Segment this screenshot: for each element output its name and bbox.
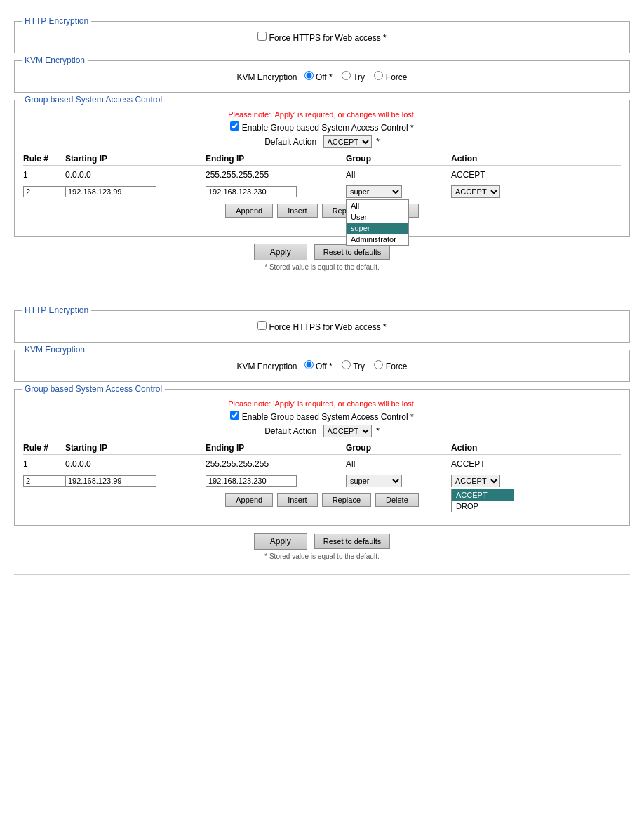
delete-button-2[interactable]: Delete — [375, 493, 419, 507]
http-content-1: Force HTTPS for Web access * — [23, 27, 621, 47]
col-rule-header-1: Rule # — [23, 154, 65, 164]
default-action-label-2: Default Action — [264, 426, 316, 436]
crud-buttons-2: Append Insert Replace Delete — [23, 493, 621, 507]
warning-text-2: Please note: 'Apply' is required, or cha… — [23, 399, 621, 408]
col-end-header-2: Ending IP — [206, 443, 346, 453]
row2-action-cell-2: ACCEPT ACCEPT DROP — [451, 475, 521, 487]
kvm-off-radio-2[interactable] — [304, 360, 314, 369]
col-start-header-2: Starting IP — [65, 443, 206, 453]
row2-group-select-1[interactable]: super — [346, 185, 402, 198]
replace-button-2[interactable]: Replace — [322, 493, 371, 507]
enable-checkbox-row-1: Enable Group based System Access Control… — [23, 121, 621, 133]
group-option-user-1[interactable]: User — [347, 211, 408, 223]
http-content-2: Force HTTPS for Web access * — [23, 317, 621, 336]
default-action-select-1[interactable]: ACCEPT — [323, 135, 372, 148]
append-button-2[interactable]: Append — [225, 493, 273, 507]
col-start-header-1: Starting IP — [65, 154, 206, 164]
apply-button-2[interactable]: Apply — [254, 533, 307, 550]
group-access-section-2: Group based System Access Control Please… — [14, 389, 630, 526]
action-dropdown-popup-2[interactable]: ACCEPT DROP — [451, 489, 514, 512]
apply-button-1[interactable]: Apply — [254, 244, 307, 260]
col-action-header-1: Action — [451, 154, 521, 164]
kvm-encryption-section-1: KVM Encryption KVM Encryption Off * Try … — [14, 60, 630, 93]
kvm-force-label-2[interactable]: Force — [374, 362, 407, 371]
kvm-force-label-1[interactable]: Force — [374, 72, 407, 82]
kvm-content-1: KVM Encryption Off * Try Force — [23, 67, 621, 86]
kvm-try-radio-2[interactable] — [342, 360, 351, 369]
row2-rule-cell-1 — [23, 186, 65, 197]
row1-action-2: ACCEPT — [451, 459, 521, 469]
row2-start-input-1[interactable] — [65, 186, 156, 197]
default-action-select-2[interactable]: ACCEPT — [323, 425, 372, 437]
row1-action-1: ACCEPT — [451, 170, 521, 180]
group-option-all-1[interactable]: All — [347, 200, 408, 211]
row2-end-input-1[interactable] — [206, 186, 297, 197]
http-encryption-section-1: HTTP Encryption Force HTTPS for Web acce… — [14, 21, 630, 53]
table-header-1: Rule # Starting IP Ending IP Group Actio… — [23, 152, 621, 166]
kvm-encryption-title-1: KVM Encryption — [22, 55, 88, 65]
kvm-try-label-1[interactable]: Try — [342, 72, 367, 82]
reset-button-2[interactable]: Reset to defaults — [314, 534, 391, 549]
row2-rule-input-2[interactable] — [23, 475, 65, 486]
row2-end-cell-2 — [206, 475, 346, 486]
https-checkbox-label-2[interactable]: Force HTTPS for Web access * — [257, 322, 387, 332]
row2-group-cell-2: super — [346, 475, 451, 487]
action-option-accept-2[interactable]: ACCEPT — [452, 489, 514, 501]
col-end-header-1: Ending IP — [206, 154, 346, 164]
default-action-row-2: Default Action ACCEPT * — [23, 425, 621, 437]
insert-button-2[interactable]: Insert — [277, 493, 318, 507]
kvm-off-radio-1[interactable] — [304, 71, 314, 80]
enable-label-1[interactable]: Enable Group based System Access Control… — [230, 123, 413, 133]
row2-action-cell-1: ACCEPT — [451, 185, 521, 198]
row2-rule-input-1[interactable] — [23, 186, 65, 197]
apply-row-2: Apply Reset to defaults — [14, 533, 630, 550]
kvm-force-radio-1[interactable] — [374, 71, 383, 80]
kvm-off-label-1[interactable]: Off * — [304, 72, 335, 82]
row2-end-input-2[interactable] — [206, 475, 297, 486]
kvm-encryption-title-2: KVM Encryption — [22, 345, 88, 355]
row2-end-cell-1 — [206, 186, 346, 197]
row2-start-cell-2 — [65, 475, 206, 486]
kvm-force-radio-2[interactable] — [374, 360, 383, 369]
row1-group-2: All — [346, 459, 451, 469]
group-content-2: Please note: 'Apply' is required, or cha… — [23, 395, 621, 515]
col-action-header-2: Action — [451, 443, 521, 453]
table-header-2: Rule # Starting IP Ending IP Group Actio… — [23, 442, 621, 455]
row2-action-select-2[interactable]: ACCEPT — [451, 475, 500, 487]
reset-button-1[interactable]: Reset to defaults — [314, 244, 391, 260]
row1-start-2: 0.0.0.0 — [65, 459, 206, 469]
row1-end-1: 255.255.255.255 — [206, 170, 346, 180]
group-access-title-1: Group based System Access Control — [22, 95, 165, 105]
insert-button-1[interactable]: Insert — [277, 204, 318, 218]
enable-checkbox-2[interactable] — [230, 411, 239, 420]
https-checkbox-2[interactable] — [257, 321, 267, 330]
http-encryption-title-1: HTTP Encryption — [22, 16, 91, 26]
kvm-encryption-section-2: KVM Encryption KVM Encryption Off * Try … — [14, 350, 630, 382]
table-row-2-2: super ACCEPT ACCEPT DROP — [23, 473, 621, 489]
kvm-try-radio-1[interactable] — [342, 71, 351, 80]
crud-buttons-1: Append Insert Replace Delete — [23, 204, 621, 218]
row2-start-input-2[interactable] — [65, 475, 156, 486]
row2-action-select-1[interactable]: ACCEPT — [451, 185, 500, 198]
enable-checkbox-1[interactable] — [230, 121, 239, 131]
group-option-super-1[interactable]: super — [347, 223, 408, 234]
page-divider — [14, 574, 630, 575]
row2-group-select-2[interactable]: super — [346, 475, 402, 487]
enable-checkbox-row-2: Enable Group based System Access Control… — [23, 411, 621, 422]
kvm-off-label-2[interactable]: Off * — [304, 362, 335, 371]
group-dropdown-popup-1[interactable]: All User super Administrator — [346, 199, 409, 246]
https-checkbox-1[interactable] — [257, 32, 267, 41]
action-option-drop-2[interactable]: DROP — [452, 501, 514, 512]
https-checkbox-label-1[interactable]: Force HTTPS for Web access * — [257, 33, 387, 43]
row2-start-cell-1 — [65, 186, 206, 197]
kvm-try-label-2[interactable]: Try — [342, 362, 367, 371]
col-group-header-1: Group — [346, 154, 451, 164]
table-row-1-1: 1 0.0.0.0 255.255.255.255 All ACCEPT — [23, 168, 621, 181]
append-button-1[interactable]: Append — [225, 204, 273, 218]
col-rule-header-2: Rule # — [23, 443, 65, 453]
enable-label-2[interactable]: Enable Group based System Access Control… — [230, 412, 413, 422]
row1-start-1: 0.0.0.0 — [65, 170, 206, 180]
row1-end-2: 255.255.255.255 — [206, 459, 346, 469]
group-content-1: Please note: 'Apply' is required, or cha… — [23, 106, 621, 226]
group-option-admin-1[interactable]: Administrator — [347, 234, 408, 245]
